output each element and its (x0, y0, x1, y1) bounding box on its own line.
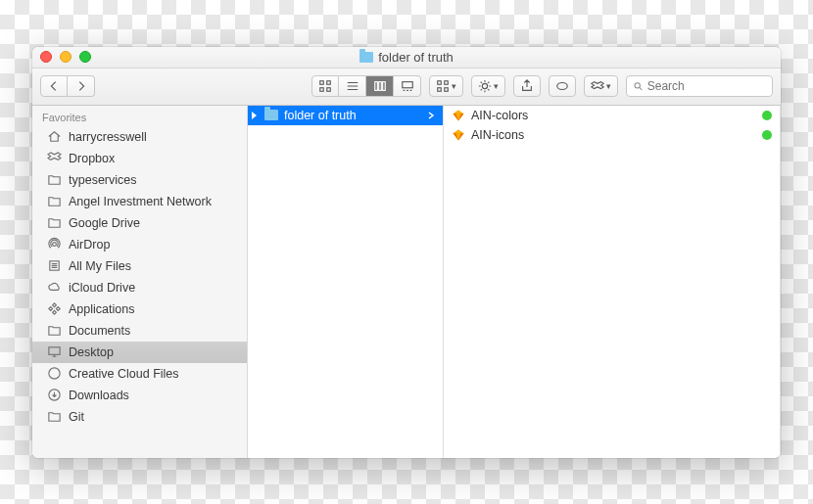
finder-window: folder of truth ▾ ▾ ▾ Favorites (32, 47, 781, 458)
item-label: folder of truth (284, 109, 357, 122)
sidebar-item-angel-investment-network[interactable]: Angel Investment Network (32, 191, 247, 212)
home-icon (46, 129, 62, 145)
sidebar-item-label: harrycresswell (69, 130, 147, 144)
sidebar: Favorites harrycresswellDropboxtypeservi… (32, 106, 248, 458)
svg-rect-10 (438, 88, 442, 92)
share-button[interactable] (513, 75, 541, 97)
folder-icon (46, 215, 62, 231)
column-1: folder of truth (248, 106, 444, 458)
search-field[interactable] (626, 75, 773, 97)
sidebar-item-label: Documents (69, 324, 130, 338)
icon-view-button[interactable] (311, 75, 339, 97)
arrange-button[interactable]: ▾ (429, 75, 463, 97)
sidebar-item-desktop[interactable]: Desktop (32, 342, 247, 363)
airdrop-icon (46, 237, 62, 252)
sidebar-item-label: Creative Cloud Files (69, 367, 179, 381)
tag-indicator (762, 111, 772, 120)
downloads-icon (46, 388, 62, 403)
cloud-icon (46, 280, 62, 296)
arrange-group: ▾ (429, 75, 463, 97)
item-label: AIN-icons (471, 128, 524, 142)
svg-rect-8 (438, 81, 442, 85)
sidebar-item-label: iCloud Drive (69, 281, 135, 295)
sketch-file-icon (452, 109, 465, 122)
sidebar-item-documents[interactable]: Documents (32, 320, 247, 342)
svg-rect-7 (402, 82, 412, 88)
sketch-file-icon (452, 128, 465, 142)
folder-icon (46, 194, 62, 209)
cc-icon (46, 366, 62, 382)
svg-rect-5 (378, 82, 381, 91)
search-icon (633, 80, 644, 92)
window-title: folder of truth (32, 50, 781, 65)
gallery-view-button[interactable] (394, 75, 421, 97)
sidebar-item-label: Applications (69, 302, 134, 316)
sidebar-item-creative-cloud-files[interactable]: Creative Cloud Files (32, 363, 247, 385)
sidebar-item-label: Git (69, 410, 84, 424)
tag-indicator (762, 130, 772, 140)
folder-icon (46, 409, 62, 425)
sidebar-item-label: All My Files (69, 259, 131, 273)
svg-rect-17 (48, 347, 59, 355)
action-group: ▾ (471, 75, 505, 97)
window-title-text: folder of truth (378, 50, 454, 65)
svg-point-12 (482, 83, 487, 88)
dropbox-icon (46, 151, 62, 166)
dropbox-button[interactable]: ▾ (584, 75, 618, 97)
sidebar-item-icloud-drive[interactable]: iCloud Drive (32, 277, 247, 298)
sidebar-item-label: Downloads (69, 389, 129, 402)
svg-rect-4 (374, 82, 377, 91)
folder-icon (264, 110, 278, 120)
nav-buttons (40, 75, 95, 97)
svg-rect-0 (320, 81, 324, 85)
action-button[interactable]: ▾ (471, 75, 505, 97)
disclosure-triangle-icon (252, 112, 257, 119)
sidebar-item-google-drive[interactable]: Google Drive (32, 212, 247, 234)
svg-point-13 (557, 83, 568, 90)
svg-point-15 (52, 243, 56, 247)
svg-rect-2 (320, 88, 324, 92)
column-2: AIN-colorsAIN-icons (444, 106, 781, 458)
search-input[interactable] (647, 79, 766, 93)
folder-icon (46, 172, 62, 188)
column-item[interactable]: folder of truth (248, 106, 443, 125)
sidebar-item-label: AirDrop (69, 238, 110, 252)
toolbar: ▾ ▾ ▾ (32, 69, 781, 106)
svg-rect-3 (327, 88, 331, 92)
sidebar-item-airdrop[interactable]: AirDrop (32, 234, 247, 255)
view-buttons (311, 75, 421, 97)
column-item[interactable]: AIN-icons (444, 125, 780, 145)
desktop-icon (46, 344, 62, 360)
svg-point-14 (635, 83, 640, 88)
apps-icon (46, 301, 62, 317)
svg-rect-9 (445, 81, 449, 85)
svg-rect-1 (327, 81, 331, 85)
sidebar-item-dropbox[interactable]: Dropbox (32, 148, 247, 169)
sidebar-item-label: Desktop (69, 345, 114, 359)
content-area: Favorites harrycresswellDropboxtypeservi… (32, 106, 781, 458)
column-view-button[interactable] (366, 75, 394, 97)
folder-icon (46, 323, 62, 339)
svg-point-18 (48, 368, 59, 379)
sidebar-item-all-my-files[interactable]: All My Files (32, 255, 247, 277)
svg-rect-11 (445, 88, 449, 92)
column-item[interactable]: AIN-colors (444, 106, 780, 125)
list-view-button[interactable] (339, 75, 366, 97)
folder-icon (359, 52, 373, 63)
allfiles-icon (46, 258, 62, 274)
back-button[interactable] (40, 75, 68, 97)
sidebar-item-git[interactable]: Git (32, 406, 247, 428)
sidebar-item-applications[interactable]: Applications (32, 298, 247, 320)
sidebar-item-typeservices[interactable]: typeservices (32, 169, 247, 191)
sidebar-item-label: Angel Investment Network (69, 195, 212, 208)
chevron-right-icon (427, 109, 435, 122)
sidebar-item-harrycresswell[interactable]: harrycresswell (32, 126, 247, 148)
sidebar-item-label: Google Drive (69, 216, 140, 230)
svg-rect-6 (382, 82, 385, 91)
sidebar-item-downloads[interactable]: Downloads (32, 385, 247, 406)
forward-button[interactable] (68, 75, 95, 97)
tags-button[interactable] (549, 75, 576, 97)
sidebar-item-label: Dropbox (69, 152, 115, 165)
titlebar[interactable]: folder of truth (32, 47, 781, 69)
sidebar-item-label: typeservices (69, 173, 136, 187)
